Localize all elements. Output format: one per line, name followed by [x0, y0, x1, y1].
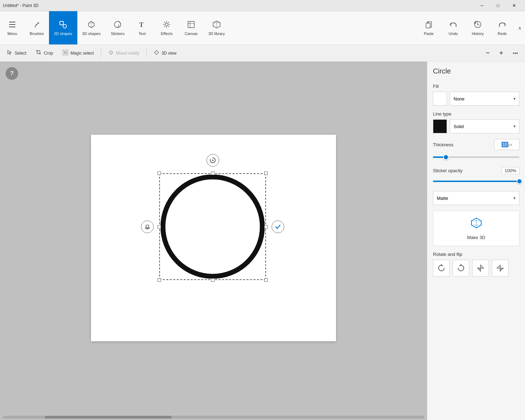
svg-rect-22 — [427, 22, 429, 23]
thickness-value: 10 — [502, 142, 508, 147]
svg-marker-38 — [500, 268, 503, 271]
thickness-label: Thickness — [433, 142, 454, 147]
canvas-paper[interactable] — [91, 135, 336, 341]
toolbar-text[interactable]: T Text — [130, 11, 154, 44]
handle-bottom-right[interactable] — [264, 278, 268, 282]
handle-bottom-left[interactable] — [158, 278, 161, 282]
text-icon: T — [138, 20, 146, 30]
redo-label: Redo — [498, 31, 507, 36]
canvas-icon — [187, 20, 195, 30]
toolbar-effects[interactable]: Effects — [154, 11, 179, 44]
matte-section: Matte ▾ — [433, 191, 519, 205]
minimize-button[interactable]: ─ — [474, 0, 490, 11]
opacity-row: Sticker opacity 100% — [433, 167, 519, 174]
3dview-button[interactable]: 3D view — [149, 48, 181, 58]
3dlibrary-label: 3D library — [208, 31, 225, 36]
toolbar-undo[interactable]: Undo — [441, 11, 465, 44]
right-panel: Circle Fill None ▾ Line type Solid ▾ — [427, 62, 525, 420]
opacity-value: 100% — [502, 167, 519, 174]
matte-dropdown[interactable]: Matte ▾ — [433, 191, 519, 205]
thickness-thumb[interactable] — [443, 154, 449, 160]
toolbar-paste[interactable]: Paste — [416, 11, 441, 44]
magic-select-icon — [63, 50, 68, 57]
3dview-label: 3D view — [161, 51, 176, 56]
handle-top-left[interactable] — [158, 172, 161, 175]
svg-point-25 — [64, 51, 66, 54]
brushes-label: Brushes — [30, 31, 44, 36]
magic-select-button[interactable]: Magic select — [58, 48, 98, 58]
select-button[interactable]: Select — [3, 48, 30, 58]
toolbar-canvas[interactable]: Canvas — [179, 11, 203, 44]
handle-bottom-mid[interactable] — [211, 278, 215, 282]
history-icon — [474, 20, 482, 30]
fill-dropdown[interactable]: None ▾ — [450, 92, 519, 106]
opacity-slider[interactable] — [433, 177, 519, 186]
canvas-scrollbar[interactable] — [0, 414, 427, 420]
handle-top-right[interactable] — [264, 172, 268, 175]
zoom-plus-button[interactable]: + — [495, 48, 507, 58]
brushes-icon — [33, 20, 41, 30]
line-color-swatch[interactable] — [433, 119, 447, 133]
maximize-button[interactable]: □ — [490, 0, 506, 11]
thickness-slider[interactable] — [433, 153, 519, 161]
flip-vertical-button[interactable] — [472, 260, 489, 276]
effects-icon — [162, 20, 171, 30]
thickness-section: Thickness 10 px — [433, 139, 519, 161]
fill-color-swatch[interactable] — [433, 92, 447, 106]
sep2 — [146, 48, 147, 58]
toolbar-2dshapes[interactable]: 2D shapes — [49, 11, 77, 44]
toolbar-stickers[interactable]: Stickers — [105, 11, 130, 44]
rotate-right-button[interactable] — [453, 260, 469, 276]
mixed-reality-button[interactable]: Mixed reality — [104, 48, 144, 58]
handle-top-mid[interactable] — [211, 172, 215, 175]
scrollbar-thumb[interactable] — [45, 416, 171, 419]
svg-line-3 — [38, 22, 39, 23]
help-button[interactable]: ? — [6, 67, 18, 80]
svg-point-8 — [165, 23, 168, 26]
canvas-wrapper: ? — [0, 62, 427, 420]
line-type-label: Line type — [433, 111, 519, 117]
thickness-track — [433, 156, 519, 158]
mixed-reality-label: Mixed reality — [116, 51, 139, 56]
thickness-row: Thickness 10 px — [433, 139, 519, 150]
fill-row: None ▾ — [433, 92, 519, 106]
rotate-handle[interactable] — [206, 154, 219, 167]
crop-button[interactable]: Crop — [32, 48, 57, 58]
opacity-thumb[interactable] — [517, 178, 522, 184]
zoom-more-button[interactable]: ••• — [509, 49, 522, 57]
toolbar-expand[interactable]: ∧ — [514, 11, 525, 44]
toolbar-brushes[interactable]: Brushes — [24, 11, 49, 44]
toolbar-redo[interactable]: Redo — [490, 11, 514, 44]
toolbar-3dlibrary[interactable]: 3D library — [203, 11, 230, 44]
handle-mid-left[interactable] — [158, 225, 161, 229]
window-controls: ─ □ ✕ — [474, 0, 522, 11]
canvas-area[interactable]: ? — [0, 62, 427, 414]
thickness-input[interactable]: 10 px — [494, 139, 519, 150]
toolbar-3dshapes[interactable]: 3D shapes — [77, 11, 106, 44]
shape-circle-container[interactable] — [159, 173, 266, 280]
close-button[interactable]: ✕ — [506, 0, 522, 11]
line-type-dropdown[interactable]: Solid ▾ — [450, 119, 519, 133]
select-icon — [7, 50, 13, 57]
flip-horizontal-button[interactable] — [492, 260, 509, 276]
make3d-label: Make 3D — [467, 235, 485, 240]
fill-label: Fill — [433, 84, 519, 89]
stickers-icon — [113, 20, 122, 30]
main-area: ? — [0, 62, 525, 420]
stamp-handle[interactable] — [141, 220, 154, 233]
matte-dropdown-arrow: ▾ — [513, 196, 516, 201]
3dshapes-icon — [87, 20, 96, 30]
rotate-left-button[interactable] — [433, 260, 450, 276]
zoom-minus-icon: − — [486, 49, 490, 57]
canvas-label: Canvas — [185, 31, 198, 36]
toolbar-history[interactable]: History — [465, 11, 490, 44]
svg-point-26 — [109, 51, 113, 54]
matte-label: Matte — [437, 196, 448, 201]
zoom-minus-button[interactable]: − — [482, 48, 494, 58]
opacity-fill — [433, 181, 519, 182]
make3d-section[interactable]: Make 3D — [433, 211, 519, 246]
confirm-handle[interactable] — [272, 220, 284, 233]
handle-mid-right[interactable] — [264, 225, 268, 229]
toolbar-menu[interactable]: Menu — [0, 11, 24, 44]
sub-toolbar: Select Crop Magic select Mixed reality 3… — [0, 45, 525, 62]
